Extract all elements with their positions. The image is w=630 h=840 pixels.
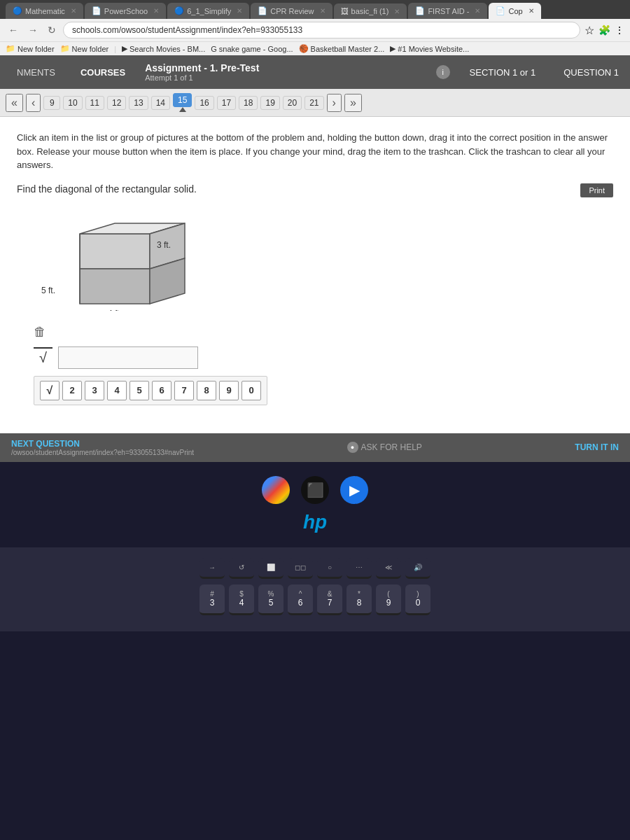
key-dots[interactable]: ⋯ bbox=[346, 558, 372, 579]
key-volume[interactable]: 🔊 bbox=[405, 558, 430, 579]
page-18[interactable]: 18 bbox=[239, 96, 258, 110]
bookmark-basketball[interactable]: 🏀 Basketball Master 2... bbox=[299, 44, 385, 53]
tab-simplify[interactable]: 🔵 6_1_Simplify ✕ bbox=[167, 3, 249, 19]
bookmarks-bar: 📁 New folder 📁 New folder | ▶ Search Mov… bbox=[0, 41, 630, 55]
key-percent-5[interactable]: % 5 bbox=[258, 584, 284, 615]
tab-icon: 🔵 bbox=[174, 6, 184, 15]
address-input[interactable] bbox=[63, 22, 580, 38]
tab-active[interactable]: 📄 Cop ✕ bbox=[489, 3, 540, 19]
taskbar-area: ⬛ ▶ hp bbox=[0, 462, 630, 547]
bookmark-movies[interactable]: ▶ Search Movies - BM... bbox=[122, 44, 205, 53]
key-dollar-4[interactable]: $ 4 bbox=[229, 584, 254, 615]
tile-6[interactable]: 6 bbox=[152, 381, 172, 400]
tab-basic[interactable]: 🖼 basic_fi (1) ✕ bbox=[334, 4, 407, 19]
info-icon[interactable]: i bbox=[436, 65, 450, 79]
key-lparen-9[interactable]: ( 9 bbox=[376, 584, 401, 615]
bookmark-movies2[interactable]: ▶ #1 Movies Website... bbox=[390, 44, 469, 53]
turn-in-button[interactable]: TURN IT IN bbox=[575, 442, 619, 452]
page-prev-button[interactable]: ‹ bbox=[26, 94, 41, 112]
page-10[interactable]: 10 bbox=[63, 96, 82, 110]
tile-8[interactable]: 8 bbox=[197, 381, 216, 400]
tiles-row: √ 2 3 4 5 6 7 8 9 0 bbox=[34, 376, 267, 405]
svg-text:3 ft.: 3 ft. bbox=[157, 240, 171, 250]
sqrt-tile[interactable]: √ bbox=[40, 381, 59, 400]
key-amp-7[interactable]: & 7 bbox=[317, 584, 342, 615]
bookmark-newfolder1[interactable]: 📁 New folder bbox=[6, 44, 55, 53]
page-16[interactable]: 16 bbox=[195, 96, 214, 110]
tab-close-icon[interactable]: ✕ bbox=[528, 7, 534, 15]
current-page-triangle bbox=[179, 107, 186, 112]
nav-courses[interactable]: COURSES bbox=[75, 64, 131, 80]
key-circle[interactable]: ○ bbox=[317, 558, 342, 579]
page-11[interactable]: 11 bbox=[85, 96, 104, 110]
ask-help-button[interactable]: ● ASK FOR HELP bbox=[347, 442, 422, 453]
page-15[interactable]: 15 bbox=[173, 93, 192, 107]
chrome-icon[interactable] bbox=[262, 476, 290, 504]
key-arrow[interactable]: → bbox=[200, 558, 225, 579]
tile-9[interactable]: 9 bbox=[219, 381, 239, 400]
key-refresh[interactable]: ↺ bbox=[229, 558, 254, 579]
page-next-button[interactable]: › bbox=[327, 94, 342, 112]
svg-text:4 ft.: 4 ft. bbox=[108, 309, 122, 311]
tile-0[interactable]: 0 bbox=[241, 381, 261, 400]
key-hash-3[interactable]: # 3 bbox=[200, 584, 225, 615]
tab-mathematic[interactable]: 🔵 Mathematic ✕ bbox=[6, 3, 83, 19]
key-window[interactable]: ◻◻ bbox=[288, 558, 313, 579]
section-label: SECTION 1 or 1 bbox=[470, 67, 536, 78]
tile-5[interactable]: 5 bbox=[130, 381, 149, 400]
menu-icon[interactable]: ⋮ bbox=[615, 24, 624, 36]
tab-firstaid[interactable]: 📄 FIRST AID - ✕ bbox=[408, 3, 487, 19]
video-icon[interactable]: ⬛ bbox=[301, 476, 329, 504]
tile-4[interactable]: 4 bbox=[107, 381, 127, 400]
tile-3[interactable]: 3 bbox=[85, 381, 104, 400]
key-screen[interactable]: ⬜ bbox=[258, 558, 284, 579]
key-rparen-0[interactable]: ) 0 bbox=[405, 584, 430, 615]
key-caret-6[interactable]: ^ 6 bbox=[288, 584, 313, 615]
page-19[interactable]: 19 bbox=[260, 96, 279, 110]
extensions-icon[interactable]: 🧩 bbox=[598, 24, 610, 36]
sqrt-symbol: √ bbox=[34, 347, 52, 368]
key-star-8[interactable]: * 8 bbox=[346, 584, 372, 615]
forward-button[interactable]: → bbox=[25, 23, 41, 37]
page-12[interactable]: 12 bbox=[107, 96, 126, 110]
refresh-button[interactable]: ↻ bbox=[45, 23, 59, 37]
page-first-button[interactable]: « bbox=[6, 94, 23, 112]
trash-icon[interactable]: 🗑 bbox=[34, 325, 46, 340]
play-icon[interactable]: ▶ bbox=[340, 476, 368, 504]
page-21[interactable]: 21 bbox=[304, 96, 323, 110]
answer-input-box[interactable] bbox=[58, 346, 198, 369]
keyboard-number-row: # 3 $ 4 % 5 ^ 6 & 7 * 8 ( 9 ) 0 bbox=[14, 584, 616, 615]
address-bar-row: ← → ↻ ☆ 🧩 ⋮ bbox=[0, 19, 630, 41]
main-content: NMENTS COURSES Assignment - 1. Pre-Test … bbox=[0, 55, 630, 462]
key-back[interactable]: ≪ bbox=[376, 558, 401, 579]
page-13[interactable]: 13 bbox=[129, 96, 148, 110]
tile-7[interactable]: 7 bbox=[174, 381, 194, 400]
tab-powerschool[interactable]: 📄 PowerSchoo ✕ bbox=[85, 3, 166, 19]
back-button[interactable]: ← bbox=[6, 23, 21, 37]
tab-close-icon[interactable]: ✕ bbox=[394, 8, 400, 15]
tab-close-icon[interactable]: ✕ bbox=[475, 7, 480, 15]
print-button[interactable]: Print bbox=[580, 183, 613, 197]
folder-icon: 📁 bbox=[6, 44, 15, 53]
tile-2[interactable]: 2 bbox=[62, 381, 82, 400]
bookmark-newfolder2[interactable]: 📁 New folder bbox=[60, 44, 109, 53]
star-icon[interactable]: ☆ bbox=[584, 24, 594, 37]
next-question-area: NEXT QUESTION /owsoo/studentAssignment/i… bbox=[11, 439, 194, 456]
nav-nments[interactable]: NMENTS bbox=[11, 64, 61, 80]
tab-cpr[interactable]: 📄 CPR Review ✕ bbox=[251, 3, 332, 19]
page-14[interactable]: 14 bbox=[151, 96, 170, 110]
tab-close-icon[interactable]: ✕ bbox=[153, 7, 159, 15]
bookmark-snake[interactable]: G snake game - Goog... bbox=[211, 45, 293, 53]
page-17[interactable]: 17 bbox=[217, 96, 236, 110]
page-9[interactable]: 9 bbox=[43, 96, 60, 110]
tab-close-icon[interactable]: ✕ bbox=[320, 7, 326, 15]
page-20[interactable]: 20 bbox=[283, 96, 302, 110]
instruction-text: Click an item in the list or group of pi… bbox=[17, 131, 613, 172]
assignment-info: Assignment - 1. Pre-Test Attempt 1 of 1 bbox=[145, 62, 416, 82]
tab-close-icon[interactable]: ✕ bbox=[71, 7, 76, 15]
next-question-button[interactable]: NEXT QUESTION bbox=[11, 439, 194, 449]
box-illustration: 3 ft. 4 ft. 5 ft. bbox=[38, 220, 613, 311]
tab-close-icon[interactable]: ✕ bbox=[237, 7, 242, 15]
page-last-button[interactable]: » bbox=[344, 94, 362, 112]
folder-icon: 📁 bbox=[60, 44, 70, 53]
